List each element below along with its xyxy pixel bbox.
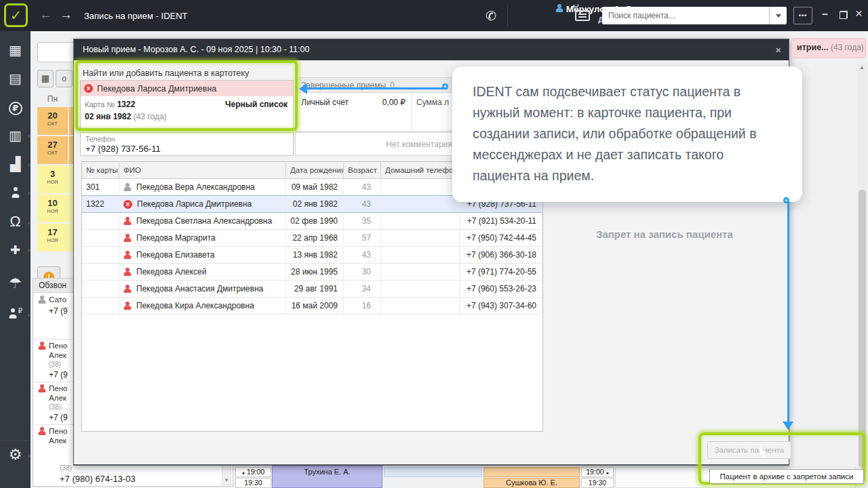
table-row[interactable]: Пекедова Кира Александровна 16 май 2009 … (82, 298, 542, 314)
person-red-icon (38, 342, 46, 350)
appointment-block[interactable]: Трухина Е. А. (272, 466, 382, 488)
feature-callout: IDENT сам подсвечивает статус пациента в… (452, 66, 802, 202)
date-cell[interactable]: 20окт (37, 107, 68, 135)
connector-line-vertical (787, 201, 789, 422)
person-ruble-icon[interactable]: ₽› (0, 306, 31, 322)
date-cell[interactable]: 10ноя (37, 195, 68, 222)
patient-search[interactable]: Поиск пациента... (602, 7, 787, 24)
table-row[interactable]: Пекедова Анастасия Дмитриевна 29 авг 199… (82, 281, 542, 298)
time-cell[interactable]: 19:00 ● (581, 467, 614, 477)
close-button[interactable]: × (855, 6, 863, 21)
person-red-icon (123, 234, 132, 242)
modal-close-icon[interactable]: × (775, 44, 781, 56)
medications-icon[interactable]: ✚› (0, 243, 31, 258)
quick-filter-input[interactable] (37, 42, 77, 62)
toolbar-partial-button[interactable]: о (56, 70, 73, 87)
patient-card-icon: ↩ (572, 1, 579, 11)
forward-icon[interactable]: → (60, 7, 73, 22)
modal-title: Новый прием - Морозов А. С. - 09 ноя 202… (74, 39, 789, 60)
settings-gear-icon[interactable]: ⚙› (0, 446, 31, 464)
ban-message: Запрет на запись пациента (596, 228, 733, 240)
toolbar-calendar-button[interactable]: ▦ (37, 70, 54, 87)
person-red-icon (123, 302, 132, 310)
main-scrollbar[interactable]: ▲ (857, 62, 867, 488)
staff-icon[interactable]: › (0, 186, 31, 201)
person-red-icon (123, 217, 132, 225)
appointment-block[interactable]: Сушкова Ю. Е. (484, 478, 580, 488)
title-bar: ✓ ← → Запись на прием - IDENT ✆ Меркулов… (0, 0, 868, 31)
back-icon[interactable]: ← (39, 7, 52, 22)
phone-settings-icon[interactable]: ✆ (486, 8, 496, 24)
tooth-icon[interactable]: Ω› (0, 213, 31, 230)
phone-field[interactable]: Телефон +7 (928) 737-56-11 (80, 132, 294, 156)
table-row[interactable]: Пекедова Светлана Александровна 02 фев 1… (82, 213, 542, 230)
patient-tab-badge[interactable]: итрие... (43 года) (791, 38, 866, 58)
highlight-box-patient-card (75, 60, 298, 131)
search-placeholder: Поиск пациента... (608, 11, 675, 20)
date-cell[interactable]: 27окт (37, 136, 68, 164)
cash-register-icon[interactable]: ▥› (0, 127, 31, 144)
phone-value: +7 (928) 737-56-11 (85, 144, 293, 154)
time-cell[interactable]: ● 19:00 (235, 467, 271, 477)
open-patient-card-button[interactable] (575, 10, 590, 21)
table-row[interactable]: Пекедова Алексей 28 июн 1995 30 +7 (971)… (82, 264, 542, 281)
arrow-down-icon (783, 422, 793, 430)
person-red-icon (123, 285, 132, 293)
time-cell[interactable]: 19:30 (581, 478, 614, 488)
bar-chart-icon[interactable]: ▟› (0, 156, 31, 172)
person-gray-icon (123, 183, 132, 191)
appointment-block[interactable] (484, 467, 580, 477)
connector-dot (442, 83, 448, 89)
connector-dot (783, 197, 789, 203)
book-button-tooltip: Пациент в архиве с запретом записи (709, 469, 864, 484)
chevron-down-icon[interactable] (769, 7, 787, 24)
person-red-icon (123, 251, 132, 259)
app-logo-icon: ✓ (4, 3, 28, 27)
scrollbar-thumb[interactable] (859, 190, 866, 468)
documents-check-icon[interactable]: ▤ (0, 70, 31, 87)
person-red-icon (38, 427, 46, 435)
window-title: Запись на прием - IDENT (84, 11, 188, 21)
restore-button[interactable] (840, 11, 848, 19)
person-red-icon (38, 384, 46, 392)
blacklist-icon: × (123, 200, 132, 209)
scroll-down-icon[interactable]: ▼ (224, 477, 229, 483)
connector-line-horizontal (307, 87, 448, 89)
account-balance: 0,00 ₽ (363, 98, 406, 107)
scroll-up-icon[interactable]: ▲ (859, 64, 865, 70)
umbrella-insurance-icon[interactable]: ☂ (0, 275, 31, 291)
user-icon (555, 4, 564, 12)
time-cell[interactable]: 19:30 (235, 478, 271, 488)
date-cell[interactable]: 17ноя (37, 224, 68, 251)
person-gray-icon (38, 296, 46, 304)
weekday-header: Пн (37, 94, 68, 104)
ruble-payments-icon[interactable]: ₽ (0, 99, 31, 115)
callout-text: IDENT сам подсвечивает статус пациента в… (473, 81, 785, 186)
schedule-grid-icon[interactable]: ▦ (0, 42, 31, 58)
sidebar-nav: ▦ ▤ ₽ ▥› ▟› › Ω› ✚› ☂ ₽› ⚙› (0, 31, 31, 488)
table-row[interactable]: Пекедова Маргарита 22 апр 1968 57 +7 (95… (82, 230, 542, 247)
arrow-left-icon (299, 83, 307, 94)
date-cell[interactable]: 3ноя (37, 165, 68, 193)
minimize-button[interactable]: – (822, 8, 828, 20)
schedule-row-highlight[interactable] (384, 467, 482, 477)
table-row[interactable]: Пекедова Елизавета 13 янв 1982 43 +7 (90… (82, 247, 542, 264)
person-red-icon (123, 268, 132, 276)
more-button[interactable]: ••• (793, 7, 812, 24)
